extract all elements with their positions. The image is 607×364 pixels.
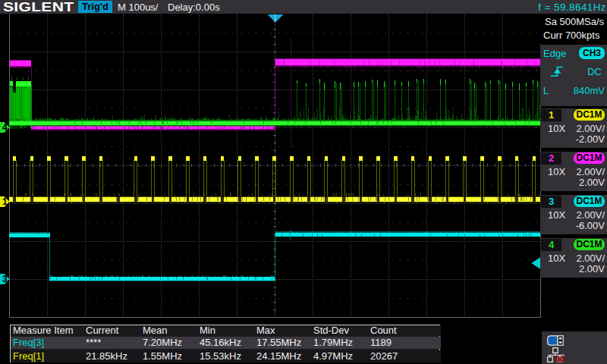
svg-text:4: 4: [2, 122, 8, 133]
svg-text:3: 3: [2, 274, 8, 284]
svg-text:1: 1: [2, 196, 8, 207]
